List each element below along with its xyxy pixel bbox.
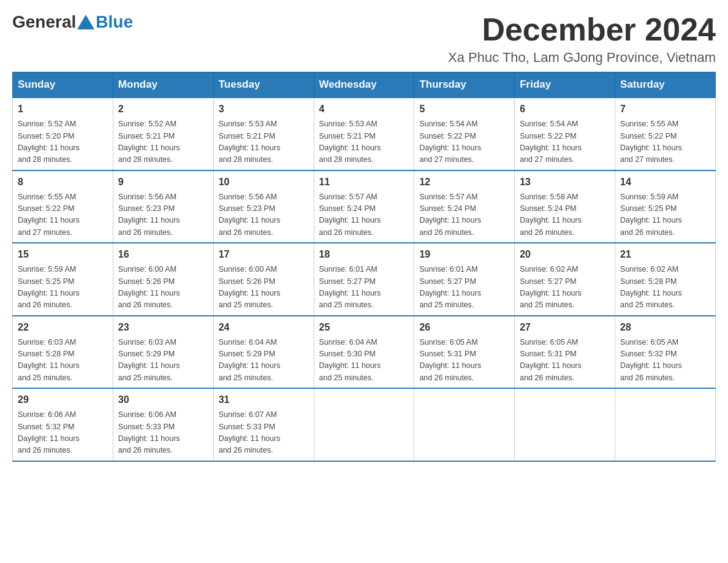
day-number: 6 bbox=[520, 102, 610, 117]
calendar-cell: 24Sunrise: 6:04 AM Sunset: 5:29 PM Dayli… bbox=[213, 316, 314, 389]
day-info: Sunrise: 5:53 AM Sunset: 5:21 PM Dayligh… bbox=[319, 118, 409, 166]
day-number: 22 bbox=[18, 320, 108, 335]
logo-blue-text: Blue bbox=[96, 12, 133, 32]
calendar-cell: 23Sunrise: 6:03 AM Sunset: 5:29 PM Dayli… bbox=[113, 316, 213, 389]
calendar-header-monday: Monday bbox=[113, 72, 213, 98]
calendar-header-thursday: Thursday bbox=[414, 72, 515, 98]
day-number: 18 bbox=[319, 247, 409, 262]
day-info: Sunrise: 6:01 AM Sunset: 5:27 PM Dayligh… bbox=[319, 264, 409, 312]
day-info: Sunrise: 5:56 AM Sunset: 5:23 PM Dayligh… bbox=[219, 191, 309, 239]
day-number: 19 bbox=[419, 247, 509, 262]
day-info: Sunrise: 5:57 AM Sunset: 5:24 PM Dayligh… bbox=[419, 191, 509, 239]
calendar-header-row: SundayMondayTuesdayWednesdayThursdayFrid… bbox=[13, 72, 716, 98]
day-number: 25 bbox=[319, 320, 409, 335]
calendar-cell: 3Sunrise: 5:53 AM Sunset: 5:21 PM Daylig… bbox=[213, 98, 314, 170]
calendar-cell: 19Sunrise: 6:01 AM Sunset: 5:27 PM Dayli… bbox=[414, 243, 515, 316]
day-info: Sunrise: 6:01 AM Sunset: 5:27 PM Dayligh… bbox=[419, 264, 509, 312]
calendar-cell: 15Sunrise: 5:59 AM Sunset: 5:25 PM Dayli… bbox=[13, 243, 113, 316]
day-info: Sunrise: 5:55 AM Sunset: 5:22 PM Dayligh… bbox=[18, 191, 108, 239]
calendar-header-sunday: Sunday bbox=[13, 72, 113, 98]
calendar-cell: 21Sunrise: 6:02 AM Sunset: 5:28 PM Dayli… bbox=[615, 243, 716, 316]
calendar-cell: 4Sunrise: 5:53 AM Sunset: 5:21 PM Daylig… bbox=[314, 98, 414, 170]
calendar-cell: 17Sunrise: 6:00 AM Sunset: 5:26 PM Dayli… bbox=[213, 243, 314, 316]
day-number: 30 bbox=[118, 393, 208, 407]
day-info: Sunrise: 5:54 AM Sunset: 5:22 PM Dayligh… bbox=[520, 118, 610, 166]
logo-general-text: General bbox=[12, 12, 76, 32]
calendar-header-saturday: Saturday bbox=[615, 72, 716, 98]
day-info: Sunrise: 6:00 AM Sunset: 5:26 PM Dayligh… bbox=[118, 264, 208, 312]
location-subtitle: Xa Phuc Tho, Lam GJong Province, Vietnam bbox=[448, 50, 716, 66]
calendar-cell: 27Sunrise: 6:05 AM Sunset: 5:31 PM Dayli… bbox=[515, 316, 615, 389]
day-number: 23 bbox=[118, 320, 208, 335]
calendar-cell: 1Sunrise: 5:52 AM Sunset: 5:20 PM Daylig… bbox=[13, 98, 113, 170]
page-header: General Blue December 2024 Xa Phuc Tho, … bbox=[12, 12, 716, 66]
day-info: Sunrise: 5:52 AM Sunset: 5:20 PM Dayligh… bbox=[18, 118, 108, 166]
day-info: Sunrise: 6:00 AM Sunset: 5:26 PM Dayligh… bbox=[219, 264, 309, 312]
calendar-cell: 25Sunrise: 6:04 AM Sunset: 5:30 PM Dayli… bbox=[314, 316, 414, 389]
day-info: Sunrise: 6:05 AM Sunset: 5:31 PM Dayligh… bbox=[419, 337, 509, 385]
day-number: 15 bbox=[18, 247, 108, 262]
day-number: 4 bbox=[319, 102, 409, 117]
calendar-cell: 2Sunrise: 5:52 AM Sunset: 5:21 PM Daylig… bbox=[113, 98, 213, 170]
day-number: 10 bbox=[219, 175, 309, 190]
day-info: Sunrise: 5:52 AM Sunset: 5:21 PM Dayligh… bbox=[118, 118, 208, 166]
calendar-cell: 5Sunrise: 5:54 AM Sunset: 5:22 PM Daylig… bbox=[414, 98, 515, 170]
day-number: 20 bbox=[520, 247, 610, 262]
day-number: 1 bbox=[18, 102, 108, 117]
month-title: December 2024 bbox=[448, 12, 716, 47]
calendar-table: SundayMondayTuesdayWednesdayThursdayFrid… bbox=[12, 72, 716, 462]
day-number: 26 bbox=[419, 320, 509, 335]
calendar-cell: 28Sunrise: 6:05 AM Sunset: 5:32 PM Dayli… bbox=[615, 316, 716, 389]
day-number: 24 bbox=[219, 320, 309, 335]
calendar-cell: 18Sunrise: 6:01 AM Sunset: 5:27 PM Dayli… bbox=[314, 243, 414, 316]
day-number: 17 bbox=[219, 247, 309, 262]
day-number: 14 bbox=[620, 175, 710, 190]
calendar-cell: 30Sunrise: 6:06 AM Sunset: 5:33 PM Dayli… bbox=[113, 388, 213, 461]
calendar-body: 1Sunrise: 5:52 AM Sunset: 5:20 PM Daylig… bbox=[13, 98, 716, 461]
day-info: Sunrise: 6:03 AM Sunset: 5:28 PM Dayligh… bbox=[18, 337, 108, 385]
day-number: 13 bbox=[520, 175, 610, 190]
calendar-cell: 14Sunrise: 5:59 AM Sunset: 5:25 PM Dayli… bbox=[615, 170, 716, 243]
calendar-cell: 11Sunrise: 5:57 AM Sunset: 5:24 PM Dayli… bbox=[314, 170, 414, 243]
calendar-week-row: 8Sunrise: 5:55 AM Sunset: 5:22 PM Daylig… bbox=[13, 170, 716, 243]
day-number: 16 bbox=[118, 247, 208, 262]
day-info: Sunrise: 5:58 AM Sunset: 5:24 PM Dayligh… bbox=[520, 191, 610, 239]
day-info: Sunrise: 5:57 AM Sunset: 5:24 PM Dayligh… bbox=[319, 191, 409, 239]
calendar-cell: 12Sunrise: 5:57 AM Sunset: 5:24 PM Dayli… bbox=[414, 170, 515, 243]
day-number: 21 bbox=[620, 247, 710, 262]
day-number: 27 bbox=[520, 320, 610, 335]
day-info: Sunrise: 5:59 AM Sunset: 5:25 PM Dayligh… bbox=[620, 191, 710, 239]
calendar-cell: 13Sunrise: 5:58 AM Sunset: 5:24 PM Dayli… bbox=[515, 170, 615, 243]
day-number: 2 bbox=[118, 102, 208, 117]
day-number: 11 bbox=[319, 175, 409, 190]
calendar-cell: 26Sunrise: 6:05 AM Sunset: 5:31 PM Dayli… bbox=[414, 316, 515, 389]
calendar-cell bbox=[515, 388, 615, 461]
day-info: Sunrise: 6:02 AM Sunset: 5:27 PM Dayligh… bbox=[520, 264, 610, 312]
calendar-cell: 29Sunrise: 6:06 AM Sunset: 5:32 PM Dayli… bbox=[13, 388, 113, 461]
calendar-cell bbox=[615, 388, 716, 461]
day-number: 3 bbox=[219, 102, 309, 117]
day-number: 9 bbox=[118, 175, 208, 190]
day-info: Sunrise: 6:05 AM Sunset: 5:32 PM Dayligh… bbox=[620, 337, 710, 385]
calendar-week-row: 1Sunrise: 5:52 AM Sunset: 5:20 PM Daylig… bbox=[13, 98, 716, 170]
day-info: Sunrise: 5:59 AM Sunset: 5:25 PM Dayligh… bbox=[18, 264, 108, 312]
day-info: Sunrise: 6:03 AM Sunset: 5:29 PM Dayligh… bbox=[118, 337, 208, 385]
calendar-cell: 8Sunrise: 5:55 AM Sunset: 5:22 PM Daylig… bbox=[13, 170, 113, 243]
calendar-week-row: 15Sunrise: 5:59 AM Sunset: 5:25 PM Dayli… bbox=[13, 243, 716, 316]
day-info: Sunrise: 6:04 AM Sunset: 5:29 PM Dayligh… bbox=[219, 337, 309, 385]
calendar-cell bbox=[414, 388, 515, 461]
day-info: Sunrise: 6:07 AM Sunset: 5:33 PM Dayligh… bbox=[219, 409, 309, 457]
calendar-cell bbox=[314, 388, 414, 461]
calendar-header-tuesday: Tuesday bbox=[213, 72, 314, 98]
calendar-cell: 20Sunrise: 6:02 AM Sunset: 5:27 PM Dayli… bbox=[515, 243, 615, 316]
day-number: 12 bbox=[419, 175, 509, 190]
calendar-cell: 6Sunrise: 5:54 AM Sunset: 5:22 PM Daylig… bbox=[515, 98, 615, 170]
calendar-cell: 7Sunrise: 5:55 AM Sunset: 5:22 PM Daylig… bbox=[615, 98, 716, 170]
day-info: Sunrise: 5:54 AM Sunset: 5:22 PM Dayligh… bbox=[419, 118, 509, 166]
calendar-cell: 22Sunrise: 6:03 AM Sunset: 5:28 PM Dayli… bbox=[13, 316, 113, 389]
day-info: Sunrise: 6:06 AM Sunset: 5:32 PM Dayligh… bbox=[18, 409, 108, 457]
logo: General Blue bbox=[12, 12, 133, 32]
day-number: 7 bbox=[620, 102, 710, 117]
day-number: 5 bbox=[419, 102, 509, 117]
calendar-title-area: December 2024 Xa Phuc Tho, Lam GJong Pro… bbox=[448, 12, 716, 66]
